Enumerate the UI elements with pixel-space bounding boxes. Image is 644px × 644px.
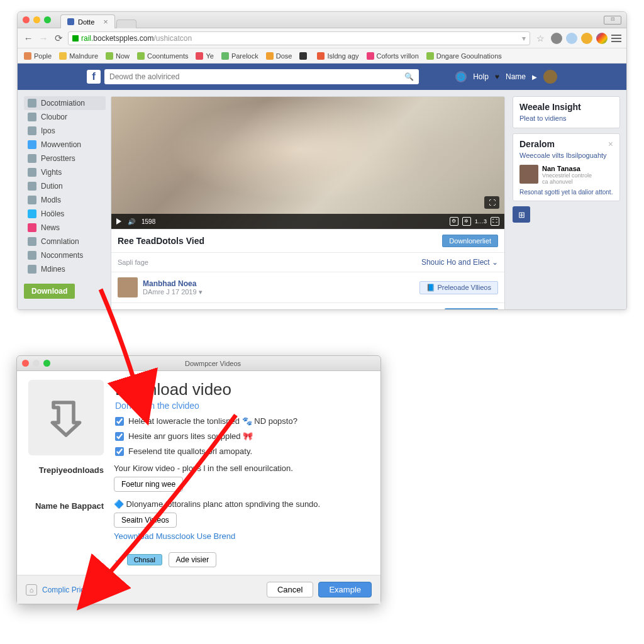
help-link[interactable]: Holp xyxy=(473,72,489,81)
bookmark-item[interactable]: Pople xyxy=(24,52,52,60)
option-checkbox-3[interactable]: Feselend tite quallots orl amopaty. xyxy=(115,447,297,456)
author-name[interactable]: Manbhad Noea xyxy=(143,279,203,288)
videos-button[interactable]: Seaitn Vizleos xyxy=(114,513,177,528)
help-link[interactable]: Complic Prioces xyxy=(42,586,97,594)
minimize-window-button[interactable] xyxy=(33,16,40,23)
sidebar-item[interactable]: Comnlation xyxy=(24,235,106,248)
close-icon[interactable]: × xyxy=(608,139,613,149)
sidebar-item[interactable]: Dution xyxy=(24,179,106,193)
bookmark-icon xyxy=(221,52,229,60)
facebook-logo[interactable]: f xyxy=(87,70,101,84)
option-checkbox-1[interactable]: Hele at loweracle the tonlisned 🐾 ND pop… xyxy=(115,416,297,426)
grid-icon[interactable]: ⊞ xyxy=(513,206,530,223)
bookmark-item[interactable]: Coforts vrillon xyxy=(367,52,419,60)
zoom-window-button[interactable] xyxy=(43,360,50,367)
nav-icon xyxy=(28,154,36,163)
sidebar-item[interactable]: Ipos xyxy=(24,124,106,138)
chevron-right-icon[interactable]: ▶ xyxy=(532,74,537,80)
insight-link[interactable]: Pleat to vidiens xyxy=(519,114,567,122)
name-link[interactable]: Name xyxy=(506,72,526,81)
reload-button[interactable]: ⟳ xyxy=(53,33,64,44)
change-button[interactable]: Chnsal xyxy=(127,554,162,565)
bookmark-item[interactable] xyxy=(299,52,309,60)
nav-label: Cloubor xyxy=(41,113,67,121)
preload-button[interactable]: 📘 Preleoade Vllieos xyxy=(419,281,498,294)
bookmark-item[interactable]: Isldng agy xyxy=(317,52,358,60)
sidebar-item[interactable]: Perostters xyxy=(24,152,106,165)
nav-icon xyxy=(28,126,36,135)
menu-icon[interactable] xyxy=(611,35,621,42)
sidebar-item[interactable]: Mdines xyxy=(24,262,106,276)
bookmark-label: Pople xyxy=(34,52,52,60)
close-window-button[interactable] xyxy=(22,360,29,367)
extension-icon[interactable] xyxy=(596,33,608,44)
fullscreen-icon[interactable]: ⛶ xyxy=(491,217,499,226)
download-video-button[interactable]: Downlonerliet xyxy=(442,235,498,247)
add-video-button[interactable]: Ade visier xyxy=(169,552,217,567)
sidebar-item[interactable]: News xyxy=(24,221,106,235)
globe-icon[interactable]: 🌐 xyxy=(455,71,467,82)
bookmark-item[interactable]: Dngare Gooulnations xyxy=(426,52,502,60)
bookmark-item[interactable]: Ye xyxy=(196,52,213,60)
sidebar-item[interactable]: Vights xyxy=(24,165,106,179)
new-tab-button[interactable] xyxy=(116,19,136,28)
expand-icon[interactable]: ⛶ xyxy=(484,196,499,209)
bookmark-item[interactable]: Now xyxy=(106,52,130,60)
avatar[interactable] xyxy=(543,70,557,84)
download-button[interactable]: Download xyxy=(24,284,75,299)
nav-label: Dution xyxy=(41,182,63,191)
browser-tab-active[interactable]: Dotte × xyxy=(60,14,115,28)
nav-label: Noconments xyxy=(41,251,83,260)
back-button[interactable]: ← xyxy=(23,33,34,44)
bookmark-item[interactable]: Malndure xyxy=(59,52,98,60)
bookmark-label: Dose xyxy=(276,52,292,60)
settings-icon[interactable]: ⚙ xyxy=(450,217,458,226)
show-link[interactable]: Shouic Ho and Elect ⌄ xyxy=(421,258,498,267)
dialog-heading: Download video xyxy=(115,380,297,399)
bookmark-star-icon[interactable]: ☆ xyxy=(534,33,547,43)
extension-icon[interactable] xyxy=(566,33,577,44)
extension-icon[interactable] xyxy=(581,33,592,44)
sidebar-item[interactable]: Mowvention xyxy=(24,138,106,152)
search-icon[interactable]: 🔍 xyxy=(404,72,414,81)
zoom-window-button[interactable] xyxy=(44,16,51,23)
home-icon[interactable]: ⌂ xyxy=(26,584,37,596)
nav-icon xyxy=(28,265,36,274)
dropdown-icon[interactable]: ▾ xyxy=(522,34,526,43)
deralom-link[interactable]: Weecoale vilts Ibsilpoguahty xyxy=(519,152,607,159)
right-sidebar: Weeale Insight Pleat to vidiens × Deralo… xyxy=(510,90,626,310)
video-thumbnail[interactable]: ⛶ 🔊 1598 ⚙ ✲ 1…3 ⛶ xyxy=(111,97,504,229)
address-bar[interactable]: rail.bocketspples.com/ushicatcon ▾ xyxy=(68,31,530,45)
cancel-button[interactable]: Cancel xyxy=(267,582,313,597)
option-checkbox-2[interactable]: Hesite anr guors lites souppled 🎀 xyxy=(115,431,297,441)
sidebar-item[interactable]: Docotmiation xyxy=(24,96,106,110)
example-button[interactable]: Example xyxy=(318,582,372,597)
nav-icon xyxy=(28,237,36,246)
search-input[interactable]: Deowd the aolviriced 🔍 xyxy=(104,69,419,84)
bookmark-label: Dngare Gooulnations xyxy=(436,52,502,60)
author-avatar[interactable] xyxy=(118,277,138,297)
cog-icon[interactable]: ✲ xyxy=(462,217,471,226)
tab-close-icon[interactable]: × xyxy=(103,17,108,26)
sidebar-item[interactable]: Hoöles xyxy=(24,207,106,221)
bookmark-item[interactable]: Dose xyxy=(266,52,292,60)
download-link[interactable]: Yeownload Mussclook Use Brend xyxy=(114,531,235,541)
sidebar-item[interactable]: Noconments xyxy=(24,248,106,262)
play-icon[interactable] xyxy=(116,218,121,225)
close-window-button[interactable] xyxy=(23,16,30,23)
bookmark-item[interactable]: Coontuments xyxy=(137,52,188,60)
volume-icon[interactable]: 🔊 xyxy=(128,218,135,225)
video-search-row: Asdreoger Vldeos Join Now xyxy=(111,303,504,310)
user-thumb[interactable] xyxy=(519,165,538,184)
window-button[interactable]: ⊟ xyxy=(604,16,621,25)
downloads-row: Trepiyeodnloads Your Kirow video - plovs… xyxy=(28,464,369,492)
nav-icon xyxy=(28,113,36,121)
forward-button[interactable]: → xyxy=(38,33,49,44)
bookmark-item[interactable]: Parelock xyxy=(221,52,258,60)
left-nav-list: DocotmiationClouborIposMowventionPerostt… xyxy=(24,96,106,276)
sidebar-item[interactable]: Modls xyxy=(24,193,106,207)
join-button[interactable]: Join Now xyxy=(445,308,498,310)
folder-button[interactable]: Foetur ning wee xyxy=(114,477,183,492)
extension-icon[interactable] xyxy=(551,33,562,44)
sidebar-item[interactable]: Cloubor xyxy=(24,110,106,124)
